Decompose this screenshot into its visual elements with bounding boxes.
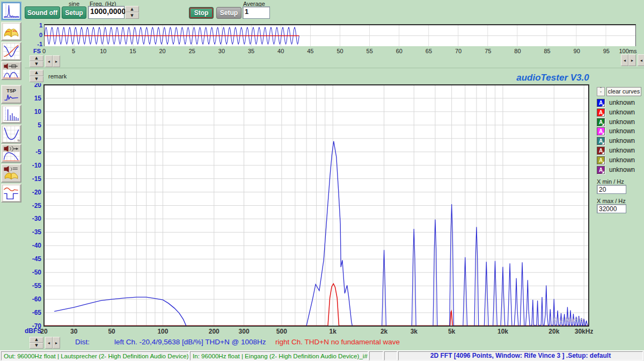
remark-spinner[interactable]: ▲ ▼ xyxy=(30,70,43,82)
fft-analyzer-icon xyxy=(3,3,20,19)
dist-label: Dist: xyxy=(75,338,90,346)
y-axis-tick-label: -5 xyxy=(35,148,41,156)
scope-down-button[interactable]: ▼ xyxy=(30,61,43,67)
dist-scroll-right[interactable]: ▸ xyxy=(53,337,60,349)
sidebar-item-tsp-measurement[interactable]: TSP xyxy=(1,85,21,104)
x-axis-tick-label: 3k xyxy=(411,328,418,335)
legend-entry[interactable]: Aunknown xyxy=(597,147,642,155)
legend-color-swatch[interactable]: A xyxy=(597,166,605,174)
legend-color-swatch[interactable]: A xyxy=(597,156,605,164)
left-channel-result: left Ch. -20,4/9,5638 [dB/%] THD+N @ 100… xyxy=(114,338,266,346)
scope-scroll-edge-pair[interactable]: ◂ ▸ xyxy=(638,54,644,66)
sidebar-item-impedance-measurement[interactable] xyxy=(1,61,21,80)
frequency-stepper[interactable]: ▲ ▼ xyxy=(125,6,139,19)
y-axis-tick-label: -55 xyxy=(32,282,42,290)
legend-entry[interactable]: Aunknown xyxy=(597,137,642,146)
time-tick-label: 40 xyxy=(277,48,284,54)
stop-button[interactable]: Stop xyxy=(189,7,214,19)
time-tick-label: 55 xyxy=(367,48,373,54)
scope-vertical-spinner[interactable]: ▲ ▼ xyxy=(30,55,43,67)
y-axis-tick-label: -35 xyxy=(32,228,42,236)
time-tick-label: 70 xyxy=(455,48,462,54)
scope-scroll-left-pair[interactable]: ◂ ▸ xyxy=(45,55,60,67)
legend-curve-label: unknown xyxy=(609,127,635,135)
legend-curve-label: unknown xyxy=(609,147,635,155)
generator-setup-button[interactable]: Setup xyxy=(62,6,86,19)
sidebar-item-step-response[interactable] xyxy=(1,184,21,203)
xmax-label: X max / Hz xyxy=(597,198,626,204)
legend-entry[interactable]: Aunknown xyxy=(597,127,642,136)
sound-off-button[interactable]: Sound off xyxy=(25,6,60,19)
panel-divider xyxy=(25,68,644,68)
scope-scroll-left-3[interactable]: ◂ xyxy=(638,54,644,66)
x-axis-tick-label: 1k xyxy=(330,328,337,335)
x-axis-tick-label: 500 xyxy=(276,328,287,335)
speaker-generator-icon xyxy=(3,165,20,181)
xmin-input[interactable]: 20 xyxy=(597,185,626,194)
legend-color-swatch[interactable]: A xyxy=(597,99,605,107)
legend-entry[interactable]: Aunknown xyxy=(597,109,642,117)
scope-scroll-right-2[interactable]: ▸ xyxy=(628,54,636,66)
legend-curve-label: unknown xyxy=(609,99,635,107)
remark-down-button[interactable]: ▼ xyxy=(30,76,43,83)
sidebar-item-fft-analyzer[interactable] xyxy=(1,2,21,20)
frequency-input[interactable]: 1000,0000 xyxy=(88,6,125,19)
waveform-display xyxy=(45,25,635,46)
x-axis-tick-label: 300 xyxy=(239,328,250,335)
frequency-step-down[interactable]: ▼ xyxy=(125,12,139,19)
fft-chart-canvas: 20151050-5-10-15-20-25-30-35-40-45-50-55… xyxy=(24,83,593,336)
time-tick-label: 50 xyxy=(336,48,343,54)
dist-spinner[interactable]: ▲ ▼ xyxy=(30,337,43,349)
time-tick-label: 15 xyxy=(129,48,136,54)
analyzer-setup-button[interactable]: Setup xyxy=(216,7,241,19)
y-axis-tick-label: 10 xyxy=(34,108,42,115)
curve-select-spinner[interactable]: ˄˅ xyxy=(597,87,605,96)
sidebar-item-impedance-curve[interactable]: ω xyxy=(1,125,21,143)
dist-scroll-left[interactable]: ◂ xyxy=(45,337,53,349)
sidebar-item-speaker-frequency-response[interactable] xyxy=(1,144,21,163)
scope-scroll-left[interactable]: ◂ xyxy=(45,55,53,67)
scope-scroll-right-pair[interactable]: ◂ ▸ xyxy=(621,54,636,66)
legend-color-swatch[interactable]: A xyxy=(597,127,605,135)
scope-scroll-right[interactable]: ▸ xyxy=(53,55,60,67)
sidebar-item-frequency-response[interactable] xyxy=(1,42,21,61)
legend-entry[interactable]: Aunknown xyxy=(597,156,642,165)
legend-entry[interactable]: Aunknown xyxy=(597,166,642,175)
time-tick-label: 60 xyxy=(396,48,402,54)
status-empty-cell-2 xyxy=(384,351,397,360)
legend-entry[interactable]: Aunknown xyxy=(597,118,642,127)
x-axis-tick-label: 200 xyxy=(209,328,219,335)
dist-scroll-pair[interactable]: ◂ ▸ xyxy=(45,337,60,349)
x-axis-tick-label: 20k xyxy=(548,328,559,335)
status-empty-cell-1 xyxy=(369,351,383,360)
sidebar-item-harmonics-spectrum[interactable] xyxy=(1,105,21,124)
harmonics-spectrum-icon xyxy=(3,106,20,122)
scope-ymin-label: -1 xyxy=(33,41,42,47)
step-response-icon xyxy=(3,185,20,201)
legend-color-swatch[interactable]: A xyxy=(597,118,605,126)
sidebar-item-signal-generator[interactable] xyxy=(1,22,21,41)
dist-down-button[interactable]: ▼ xyxy=(30,343,43,349)
fft-chart[interactable]: 20151050-5-10-15-20-25-30-35-40-45-50-55… xyxy=(24,83,593,336)
app-title: audioTester V3.0 xyxy=(504,73,601,83)
legend-color-swatch[interactable]: A xyxy=(597,137,605,145)
clear-curves-button[interactable]: clear curves xyxy=(606,87,641,96)
dist-up-button[interactable]: ▲ xyxy=(30,337,43,343)
y-axis-tick-label: -15 xyxy=(32,175,42,183)
average-input[interactable]: 1 xyxy=(243,6,270,19)
svg-text:TSP: TSP xyxy=(6,88,16,93)
y-axis-tick-label: -30 xyxy=(32,215,42,222)
scope-scroll-left-2[interactable]: ◂ xyxy=(621,54,628,66)
sidebar-item-speaker-generator[interactable] xyxy=(1,164,21,183)
remark-label: remark xyxy=(48,73,67,80)
legend-entry[interactable]: Aunknown xyxy=(597,99,642,107)
time-tick-label: 0 xyxy=(42,48,46,54)
legend-color-swatch[interactable]: A xyxy=(597,109,605,117)
legend-curve-label: unknown xyxy=(609,109,635,117)
remark-up-button[interactable]: ▲ xyxy=(30,70,43,76)
scope-plot[interactable] xyxy=(44,24,636,46)
xmax-input[interactable]: 32000 xyxy=(597,204,626,213)
scope-up-button[interactable]: ▲ xyxy=(30,55,43,61)
legend-color-swatch[interactable]: A xyxy=(597,147,605,155)
frequency-step-up[interactable]: ▲ xyxy=(125,6,139,12)
